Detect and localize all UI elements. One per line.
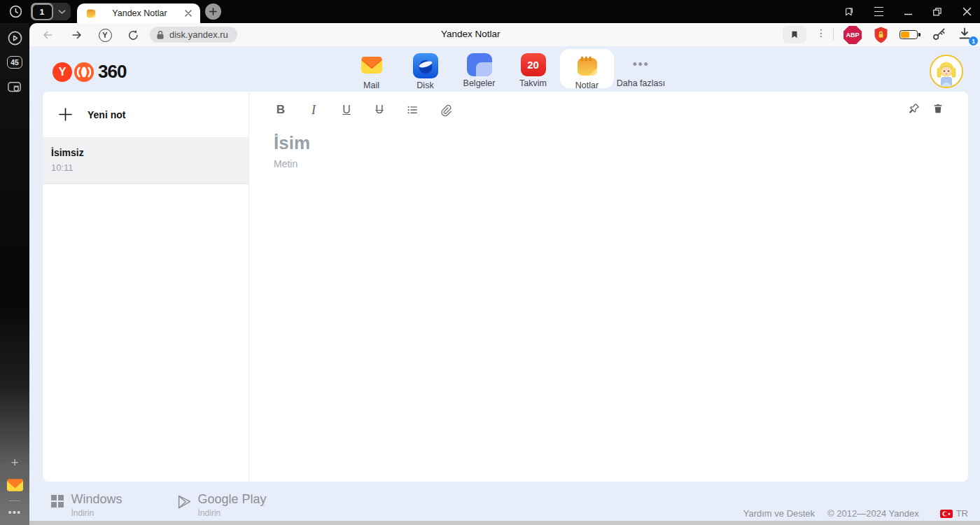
tab-count-badge: 1 bbox=[33, 5, 52, 19]
browser-sidebar: 45 + ••• bbox=[0, 23, 29, 525]
attach-button[interactable] bbox=[437, 101, 454, 119]
note-body-placeholder[interactable]: Metin bbox=[274, 158, 298, 169]
tabs-counter-badge[interactable]: 45 bbox=[0, 56, 29, 69]
address-bar[interactable]: disk.yandex.ru bbox=[150, 27, 237, 43]
menu-icon[interactable] bbox=[872, 6, 885, 18]
yandex-360-page: Y 360 Mail Disk Belgeler 20 Takvim bbox=[29, 46, 980, 525]
protect-shield-icon[interactable] bbox=[872, 26, 890, 47]
editor-actions bbox=[907, 102, 944, 118]
yandex-mail-app-icon[interactable] bbox=[0, 478, 29, 493]
note-editor[interactable]: B I U U İsim Metin bbox=[249, 92, 968, 482]
browser-tab[interactable]: Yandex Notlar bbox=[77, 4, 200, 23]
reload-icon[interactable] bbox=[125, 27, 141, 43]
footer-links: Yardım ve Destek © 2012—2024 Yandex TR bbox=[743, 508, 968, 519]
app-takvim[interactable]: 20 Takvim bbox=[506, 49, 560, 88]
app-mail[interactable]: Mail bbox=[344, 49, 398, 88]
forward-icon[interactable] bbox=[69, 27, 85, 43]
sidebar-add-icon[interactable]: + bbox=[0, 455, 29, 470]
tab-close-icon[interactable] bbox=[183, 8, 194, 19]
back-icon[interactable] bbox=[39, 27, 56, 43]
notes-list-panel: Yeni not İsimsiz 10:11 bbox=[43, 92, 249, 482]
bold-button[interactable]: B bbox=[272, 101, 289, 119]
editor-toolbar: B I U U bbox=[272, 101, 470, 119]
more-options-icon[interactable]: ⋮ bbox=[816, 27, 826, 38]
logo-text: 360 bbox=[98, 61, 126, 83]
tab-group-control[interactable]: 1 bbox=[31, 3, 71, 20]
pin-icon[interactable] bbox=[907, 102, 920, 118]
turkey-flag-icon bbox=[940, 510, 953, 518]
app-more[interactable]: ••• Daha fazlası bbox=[614, 49, 668, 88]
new-note-label: Yeni not bbox=[88, 109, 125, 120]
plus-icon bbox=[58, 107, 73, 122]
note-title: İsimsiz bbox=[51, 147, 240, 158]
download-icon[interactable]: 1 bbox=[958, 27, 974, 43]
bookmarks-panel-icon[interactable] bbox=[843, 6, 855, 18]
restore-button[interactable] bbox=[931, 6, 944, 18]
google-play-icon bbox=[176, 494, 190, 512]
bookmark-button[interactable] bbox=[783, 26, 806, 43]
key-icon[interactable] bbox=[931, 27, 947, 46]
note-time: 10:11 bbox=[51, 162, 240, 173]
trash-icon[interactable] bbox=[932, 102, 944, 118]
lock-icon bbox=[156, 30, 164, 40]
bullet-list-icon bbox=[405, 103, 419, 117]
toolbar-divider bbox=[833, 29, 834, 41]
more-apps-icon: ••• bbox=[633, 53, 649, 76]
tab-counter-pill: 1 bbox=[31, 3, 53, 20]
yandex-y-icon: Y bbox=[52, 62, 72, 82]
apps-nav: Mail Disk Belgeler 20 Takvim Notlar ••• … bbox=[344, 49, 668, 88]
mail-icon bbox=[359, 53, 384, 78]
user-avatar[interactable] bbox=[930, 55, 963, 88]
yandex-360-logo[interactable]: Y 360 bbox=[52, 61, 126, 83]
tab-title: Yandex Notlar bbox=[97, 8, 183, 18]
notes-card: Yeni not İsimsiz 10:11 B I U U bbox=[43, 92, 968, 482]
help-link[interactable]: Yardım ve Destek bbox=[743, 508, 815, 519]
app-belgeler[interactable]: Belgeler bbox=[452, 49, 506, 88]
bullet-list-button[interactable] bbox=[404, 101, 421, 119]
video-play-icon[interactable] bbox=[0, 30, 29, 46]
screenshot-camera-icon[interactable] bbox=[0, 80, 29, 94]
disk-icon bbox=[413, 53, 438, 78]
sidebar-divider bbox=[9, 500, 20, 501]
app-disk[interactable]: Disk bbox=[398, 49, 452, 88]
browser-toolbar: Y disk.yandex.ru Yandex Notlar ⋮ ABP 1 bbox=[29, 23, 980, 46]
google-play-download[interactable]: Google Play İndirin bbox=[176, 492, 267, 518]
documents-icon bbox=[467, 53, 492, 76]
history-icon[interactable] bbox=[8, 4, 24, 20]
minimize-button[interactable] bbox=[902, 6, 914, 18]
yandex-360-o-icon bbox=[74, 62, 94, 82]
yandex-services-icon[interactable]: Y bbox=[97, 27, 113, 43]
copyright-text: © 2012—2024 Yandex bbox=[827, 508, 919, 519]
url-text: disk.yandex.ru bbox=[169, 29, 228, 40]
window-bottom-edge bbox=[29, 521, 980, 525]
underline-button[interactable]: U bbox=[338, 101, 355, 119]
paperclip-icon bbox=[439, 104, 452, 117]
calendar-icon: 20 bbox=[521, 53, 546, 76]
browser-titlebar: 1 Yandex Notlar bbox=[0, 0, 980, 23]
close-button[interactable] bbox=[960, 6, 973, 18]
new-tab-button[interactable] bbox=[205, 4, 221, 20]
notes-icon bbox=[575, 53, 600, 78]
italic-button[interactable]: I bbox=[305, 101, 322, 119]
download-count-badge: 1 bbox=[969, 36, 978, 46]
windows-download[interactable]: Windows İndirin bbox=[51, 492, 122, 518]
footer-downloads: Windows İndirin Google Play İndirin bbox=[51, 492, 267, 518]
page-title: Yandex Notlar bbox=[441, 29, 500, 39]
strikethrough-button[interactable]: U bbox=[371, 101, 388, 119]
note-list-item[interactable]: İsimsiz 10:11 bbox=[43, 138, 248, 184]
note-title-placeholder[interactable]: İsim bbox=[274, 132, 310, 154]
locale-label[interactable]: TR bbox=[956, 508, 968, 519]
sidebar-more-icon[interactable]: ••• bbox=[0, 506, 29, 518]
windows-icon bbox=[51, 495, 64, 507]
chevron-down-icon[interactable] bbox=[53, 9, 71, 15]
adblock-plus-icon[interactable]: ABP bbox=[844, 26, 862, 44]
battery-icon[interactable] bbox=[899, 30, 918, 39]
notes-favicon bbox=[85, 8, 97, 19]
new-note-button[interactable]: Yeni not bbox=[43, 92, 248, 138]
app-notlar[interactable]: Notlar bbox=[560, 49, 614, 88]
